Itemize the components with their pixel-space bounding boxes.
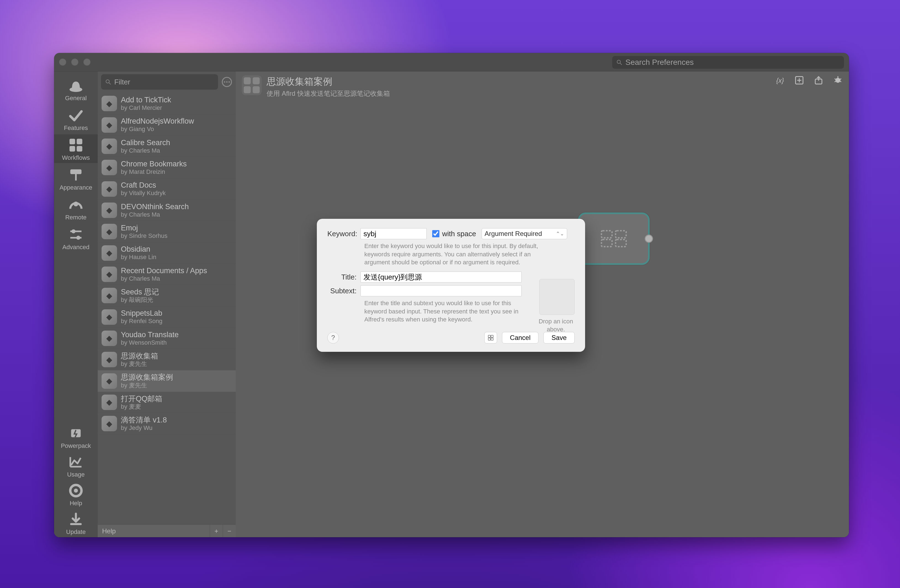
save-button[interactable]: Save (543, 332, 575, 343)
keyword-label: Keyword: (327, 230, 360, 238)
title-input[interactable] (360, 272, 521, 282)
svg-rect-45 (491, 338, 493, 340)
icon-dropzone[interactable] (539, 279, 575, 315)
title-label: Title: (327, 273, 360, 281)
keyword-input[interactable] (360, 228, 427, 239)
subtext-input[interactable] (360, 285, 521, 296)
with-space-checkbox[interactable] (432, 230, 439, 237)
svg-rect-43 (491, 335, 493, 337)
svg-rect-42 (488, 335, 490, 337)
svg-rect-44 (488, 338, 490, 340)
keyword-help-text: Enter the keyword you would like to use … (364, 242, 557, 267)
chevron-updown-icon: ⌃⌄ (556, 231, 564, 237)
modal-grid-button[interactable] (484, 332, 497, 343)
title-help-text: Enter the title and subtext you would li… (364, 299, 524, 324)
modal-help-button[interactable]: ? (327, 332, 339, 343)
with-space-label: with space (442, 230, 476, 238)
argument-select-value: Argument Required (485, 230, 542, 237)
desktop-wallpaper: Search Preferences General Features Work… (0, 0, 900, 588)
grid-icon (487, 334, 494, 341)
subtext-label: Subtext: (327, 287, 360, 295)
icon-dropzone-label: Drop an icon above. (535, 318, 577, 333)
cancel-button[interactable]: Cancel (502, 332, 539, 343)
keyword-config-modal: Keyword: with space Argument Required ⌃⌄… (317, 219, 585, 352)
argument-select[interactable]: Argument Required ⌃⌄ (482, 228, 567, 239)
